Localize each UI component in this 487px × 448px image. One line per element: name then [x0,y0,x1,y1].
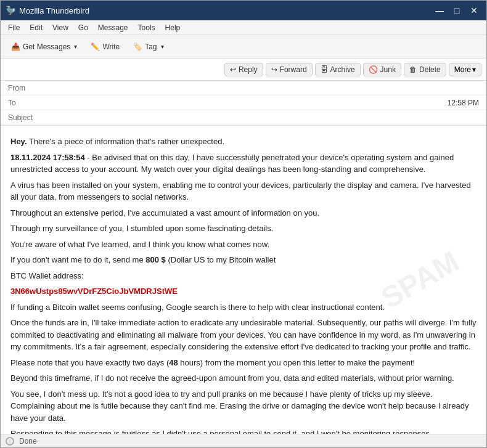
tag-chevron-icon: ▾ [161,43,164,50]
menu-edit[interactable]: Edit [25,22,47,33]
from-label: From [8,84,42,92]
junk-label: Junk [380,65,396,74]
get-messages-label: Get Messages [23,43,70,51]
action-bar: ↩ Reply ↪ Forward 🗄 Archive 🚫 Junk 🗑 Del… [1,59,486,81]
tag-dropdown[interactable]: 🏷️ Tag ▾ [128,39,169,54]
maximize-button[interactable]: □ [449,4,464,17]
email-para-10: Please note that you have exactly two da… [10,357,477,369]
more-chevron-icon: ▾ [472,65,476,74]
delete-button[interactable]: 🗑 Delete [404,63,446,76]
subject-row: Subject [1,110,486,125]
window-controls: — □ ✕ [432,4,481,17]
archive-button[interactable]: 🗄 Archive [315,63,361,76]
forward-icon: ↪ [271,65,277,74]
email-para-4: Through my surveillance of you, I stumbl… [10,222,477,235]
forward-label: Forward [280,65,307,74]
email-btc-address: 3N66wUstps85wvVDrFZ5CioJbVMDRJStWE [10,285,477,298]
email-para-3: Throughout an extensive period, I've acc… [10,207,477,219]
to-label: To [8,99,42,107]
email-header: From To 12:58 PM Subject [1,81,486,126]
write-label: Write [102,43,120,51]
email-date: 18.11.2024 17:58:54 [10,153,85,162]
btc-address-value[interactable]: 3N66wUstps85wvVDrFZ5CioJbVMDRJStWE [10,287,178,296]
menu-view[interactable]: View [47,22,73,33]
title-bar-left: 🦤 Mozilla Thunderbird [6,6,89,15]
status-bar: i Done [1,434,486,447]
reply-button[interactable]: ↩ Reply [224,63,263,76]
more-label: More [454,65,471,74]
to-row: To 12:58 PM [1,96,486,110]
delete-label: Delete [419,65,441,74]
tag-icon: 🏷️ [133,43,142,51]
menu-help[interactable]: Help [160,22,186,33]
title-bar: 🦤 Mozilla Thunderbird — □ ✕ [1,1,486,20]
action-buttons: ↩ Reply ↪ Forward 🗄 Archive 🚫 Junk 🗑 Del… [224,63,481,76]
get-messages-icon: 📥 [11,43,20,51]
subject-label: Subject [8,113,42,122]
menu-go[interactable]: Go [73,22,93,33]
delete-icon: 🗑 [409,65,417,74]
toolbar: 📥 Get Messages ▾ ✏️ Write 🏷️ Tag ▾ [1,35,486,59]
minimize-button[interactable]: — [432,4,447,17]
email-para-11: Beyond this timeframe, if I do not recei… [10,372,477,385]
email-para-13: Responding to this message is fruitless … [10,428,477,434]
email-para-1: 18.11.2024 17:58:54 - Be advised that on… [10,152,477,176]
email-para-6: If you don't want me to do it, send me 8… [10,254,477,266]
email-para-12: You see, I don't mess up. It's not a goo… [10,388,477,425]
email-para-5: You're aware of what I've learned, and I… [10,238,477,251]
close-button[interactable]: ✕ [467,4,481,17]
reply-icon: ↩ [230,65,236,74]
junk-button[interactable]: 🚫 Junk [363,63,401,76]
email-para-greeting: Hey. There's a piece of information that… [10,136,477,148]
email-para-8: If funding a Bitcoin wallet seems confus… [10,301,477,314]
get-messages-chevron-icon: ▾ [74,43,77,50]
junk-icon: 🚫 [369,65,378,74]
archive-label: Archive [330,65,355,74]
tag-label: Tag [145,43,157,51]
menu-message[interactable]: Message [93,22,133,33]
email-time: 12:58 PM [448,99,479,107]
write-button[interactable]: ✏️ Write [85,39,125,54]
main-window: 🦤 Mozilla Thunderbird — □ ✕ File Edit Vi… [0,0,487,448]
status-text: Done [19,437,37,446]
reply-label: Reply [239,65,258,74]
more-button[interactable]: More ▾ [449,63,481,76]
tag-button[interactable]: 🏷️ Tag ▾ [128,39,169,54]
forward-button[interactable]: ↪ Forward [266,63,313,76]
get-messages-button[interactable]: 📥 Get Messages ▾ [6,39,83,54]
archive-icon: 🗄 [321,65,328,74]
email-para-9: Once the funds are in, I'll take immedia… [10,317,477,353]
app-icon: 🦤 [6,6,15,15]
menu-file[interactable]: File [3,22,25,33]
status-icon: i [6,437,14,446]
email-para-7: BTC Wallet address: [10,270,477,282]
menu-bar: File Edit View Go Message Tools Help [1,20,486,35]
email-body: SPAM Hey. There's a piece of information… [1,126,486,434]
email-para-2: A virus has been installed on your syste… [10,179,477,203]
from-row: From [1,81,486,96]
window-title: Mozilla Thunderbird [19,6,89,15]
menu-tools[interactable]: Tools [133,22,160,33]
get-messages-dropdown[interactable]: 📥 Get Messages ▾ [6,39,83,54]
write-icon: ✏️ [91,43,100,51]
